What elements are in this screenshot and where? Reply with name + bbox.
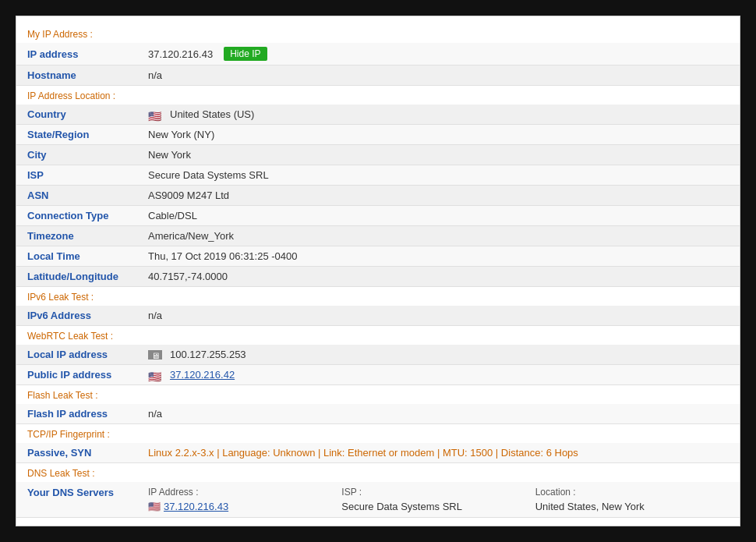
- connection-type-row: Connection Type Cable/DSL: [16, 206, 740, 226]
- my-ip-header: My IP Address :: [16, 24, 740, 43]
- dns-servers-row: Your DNS Servers IP Address : 🇺🇸 37.120.…: [16, 482, 740, 518]
- hide-ip-button[interactable]: Hide IP: [224, 47, 267, 61]
- timezone-value: America/New_York: [148, 230, 234, 242]
- city-row: City New York: [16, 145, 740, 165]
- public-ip-flag: 🇺🇸: [148, 370, 162, 380]
- timezone-row: Timezone America/New_York: [16, 226, 740, 246]
- dns-col-location: Location : United States, New York: [535, 487, 729, 512]
- ipv6-header: IPv6 Leak Test :: [16, 287, 740, 306]
- dns-ip-flag: 🇺🇸: [148, 501, 161, 512]
- passive-syn-value: Linux 2.2.x-3.x | Language: Unknown | Li…: [148, 447, 578, 459]
- local-ip-value: 🖥 100.127.255.253: [148, 349, 246, 360]
- isp-label: ISP: [27, 169, 148, 181]
- webrtc-header: WebRTC Leak Test :: [16, 326, 740, 345]
- dns-ip-link[interactable]: 37.120.216.43: [164, 501, 228, 512]
- local-flag-icon: 🖥: [148, 350, 162, 360]
- connection-type-label: Connection Type: [27, 210, 148, 221]
- dns-col-ip-label: IP Address :: [148, 487, 341, 498]
- dns-col-isp-value: Secure Data Systems SRL: [341, 501, 535, 512]
- ip-location-header: IP Address Location :: [16, 86, 740, 105]
- ipv6-address-label: IPv6 Address: [27, 310, 148, 321]
- dns-col-ip: IP Address : 🇺🇸 37.120.216.43: [148, 487, 341, 512]
- dns-servers-table: IP Address : 🇺🇸 37.120.216.43 ISP : Secu…: [148, 487, 729, 512]
- local-ip-row: Local IP address 🖥 100.127.255.253: [16, 345, 740, 365]
- local-time-row: Local Time Thu, 17 Oct 2019 06:31:25 -04…: [16, 246, 740, 267]
- public-ip-row: Public IP address 🇺🇸 37.120.216.42: [16, 365, 740, 385]
- dns-col-location-label: Location :: [535, 487, 729, 498]
- local-time-value: Thu, 17 Oct 2019 06:31:25 -0400: [148, 250, 298, 262]
- public-ip-value: 🇺🇸 37.120.216.42: [148, 369, 235, 381]
- dns-col-isp-label: ISP :: [341, 487, 535, 498]
- flash-ip-value: n/a: [148, 408, 162, 420]
- public-ip-link[interactable]: 37.120.216.42: [170, 369, 235, 381]
- dns-col-isp: ISP : Secure Data Systems SRL: [341, 487, 535, 512]
- state-value: New York (NY): [148, 129, 214, 140]
- local-ip-text: 100.127.255.253: [170, 349, 246, 360]
- state-label: State/Region: [27, 129, 148, 140]
- flash-ip-row: Flash IP address n/a: [16, 404, 740, 424]
- city-label: City: [27, 149, 148, 161]
- dns-servers-label: Your DNS Servers: [27, 487, 148, 498]
- tcpip-header: TCP/IP Fingerprint :: [16, 424, 740, 443]
- asn-row: ASN AS9009 M247 Ltd: [16, 186, 740, 206]
- asn-value: AS9009 M247 Ltd: [148, 190, 229, 201]
- hostname-value: n/a: [148, 69, 162, 81]
- hostname-row: Hostname n/a: [16, 66, 740, 86]
- ip-address-label: IP address: [27, 48, 148, 60]
- lat-lon-row: Latitude/Longitude 40.7157,-74.0000: [16, 267, 740, 287]
- hostname-label: Hostname: [27, 69, 148, 81]
- country-row: Country 🇺🇸 United States (US): [16, 105, 740, 125]
- flash-header: Flash Leak Test :: [16, 385, 740, 404]
- dns-header: DNS Leak Test :: [16, 463, 740, 482]
- timezone-label: Timezone: [27, 230, 148, 242]
- connection-type-value: Cable/DSL: [148, 210, 197, 221]
- country-label: Country: [27, 108, 148, 120]
- isp-value: Secure Data Systems SRL: [148, 169, 269, 181]
- country-text: United States (US): [170, 108, 254, 120]
- ip-address-row: IP address 37.120.216.43 Hide IP: [16, 43, 740, 66]
- local-time-label: Local Time: [27, 250, 148, 262]
- country-flag: 🇺🇸: [148, 110, 162, 119]
- state-row: State/Region New York (NY): [16, 125, 740, 145]
- flash-ip-label: Flash IP address: [27, 408, 148, 420]
- ipv6-address-value: n/a: [148, 310, 162, 321]
- city-value: New York: [148, 149, 191, 161]
- isp-row: ISP Secure Data Systems SRL: [16, 165, 740, 186]
- ip-address-value: 37.120.216.43 Hide IP: [148, 47, 267, 61]
- ipv6-address-row: IPv6 Address n/a: [16, 306, 740, 326]
- public-ip-label: Public IP address: [27, 369, 148, 381]
- dns-col-location-value: United States, New York: [535, 501, 729, 512]
- ip-address-text: 37.120.216.43: [148, 48, 213, 60]
- asn-label: ASN: [27, 190, 148, 201]
- dns-col-ip-value: 🇺🇸 37.120.216.43: [148, 501, 341, 512]
- main-panel: My IP Address : IP address 37.120.216.43…: [16, 16, 740, 526]
- lat-lon-label: Latitude/Longitude: [27, 271, 148, 282]
- local-ip-label: Local IP address: [27, 349, 148, 360]
- country-value: 🇺🇸 United States (US): [148, 108, 254, 120]
- passive-syn-row: Passive, SYN Linux 2.2.x-3.x | Language:…: [16, 443, 740, 463]
- lat-lon-value: 40.7157,-74.0000: [148, 271, 228, 282]
- passive-syn-label: Passive, SYN: [27, 447, 148, 459]
